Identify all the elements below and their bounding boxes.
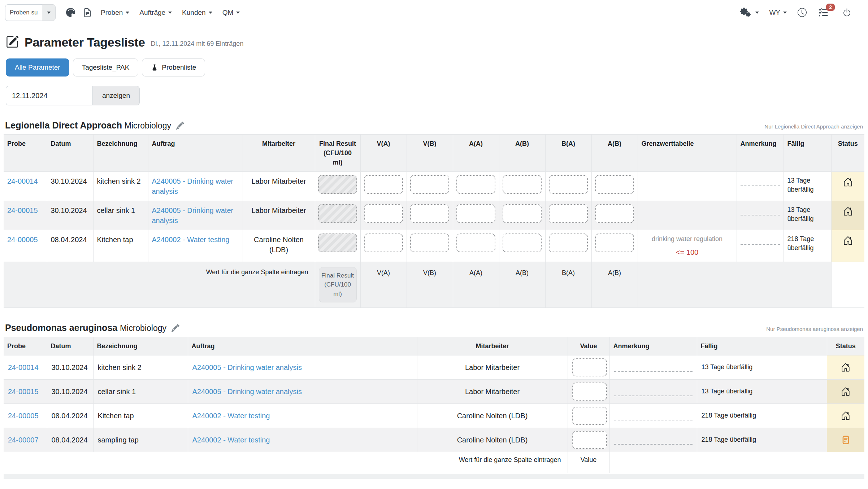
faellig-cell: 13 Tage überfällig	[697, 355, 827, 380]
ba-input[interactable]	[549, 175, 588, 194]
status-report-button[interactable]	[827, 428, 864, 452]
ba-input[interactable]	[549, 233, 588, 252]
apply-vb-link[interactable]: V(B)	[423, 269, 436, 276]
menu-qm[interactable]: QM	[222, 9, 240, 17]
user-menu[interactable]: WY	[769, 9, 787, 17]
va-input[interactable]	[364, 175, 403, 194]
anmerkung-field[interactable]	[614, 444, 693, 445]
menu-proben[interactable]: Proben	[101, 9, 129, 17]
ba-input[interactable]	[549, 204, 588, 223]
probe-link[interactable]: 24-00015	[8, 388, 39, 396]
status-home-button[interactable]	[831, 230, 864, 262]
col-ab2: A(B)	[591, 134, 638, 171]
auftrag-link[interactable]: A240002 - Water testing	[192, 436, 270, 444]
ab-input[interactable]	[503, 175, 542, 194]
auftrag-link[interactable]: A240005 - Drinking water analysis	[192, 363, 302, 371]
status-home-button[interactable]	[827, 355, 864, 380]
anmerkung-field[interactable]	[614, 396, 693, 396]
footer-empty-cell	[609, 452, 827, 473]
value-input[interactable]	[572, 358, 607, 376]
edit-pencil-icon[interactable]	[176, 122, 184, 131]
auftrag-link[interactable]: A240005 - Drinking water analysis	[152, 206, 234, 224]
filter-only-legionella-link[interactable]: Nur Legionella Direct Approach anzeigen	[764, 123, 863, 131]
apply-ba-link[interactable]: B(A)	[562, 269, 575, 276]
anmerkung-field[interactable]	[614, 371, 693, 372]
bezeichnung-cell: kitchen sink 2	[93, 171, 148, 201]
probe-link[interactable]: 24-00014	[7, 177, 38, 185]
menu-qm-label: QM	[222, 9, 234, 17]
anmerkung-field[interactable]	[614, 420, 693, 420]
tab-tagesliste-pak[interactable]: Tagesliste_PAK	[73, 58, 139, 77]
menu-kunden[interactable]: Kunden	[182, 9, 212, 17]
menu-auftraege[interactable]: Aufträge	[139, 9, 172, 17]
table-header-row: Probe Datum Bezeichnung Auftrag Mitarbei…	[4, 134, 864, 171]
anmerkung-cell	[609, 404, 697, 428]
col-anmerkung: Anmerkung	[737, 134, 784, 171]
ab2-input[interactable]	[595, 175, 634, 194]
tab-alle-parameter[interactable]: Alle Parameter	[6, 58, 69, 77]
col-auftrag: Auftrag	[188, 337, 417, 355]
auftrag-link[interactable]: A240005 - Drinking water analysis	[192, 388, 302, 396]
value-input[interactable]	[572, 383, 607, 401]
pseudomonas-table: Probe Datum Bezeichnung Auftrag Mitarbei…	[4, 337, 864, 473]
ab2-input[interactable]	[595, 233, 634, 252]
settings-menu[interactable]	[740, 8, 759, 18]
mitarbeiter-cell: Labor Mitarbeiter	[417, 380, 568, 404]
apply-ab-link[interactable]: A(B)	[516, 269, 529, 276]
anmerkung-field[interactable]	[741, 215, 780, 215]
auftrag-link[interactable]: A240002 - Water testing	[192, 412, 270, 420]
document-icon[interactable]	[83, 8, 92, 17]
vb-input[interactable]	[410, 175, 449, 194]
clock-icon[interactable]	[798, 8, 807, 17]
filter-only-pseudomonas-link[interactable]: Nur Pseudomonas aeruginosa anzeigen	[766, 326, 863, 333]
status-home-button[interactable]	[827, 380, 864, 404]
grenzwert-name: drinking water regulation	[642, 235, 733, 244]
status-home-button[interactable]	[831, 201, 864, 230]
anmerkung-field[interactable]	[741, 244, 780, 245]
palette-icon[interactable]	[66, 8, 75, 17]
tab-probenliste[interactable]: Probenliste	[142, 58, 205, 77]
aa-input[interactable]	[456, 204, 495, 223]
value-input[interactable]	[572, 407, 607, 425]
apply-aa-link[interactable]: A(A)	[469, 269, 482, 276]
ab-input[interactable]	[503, 204, 542, 223]
apply-va-link[interactable]: V(A)	[377, 269, 390, 276]
tasks-icon[interactable]: 2	[818, 8, 828, 17]
auftrag-link[interactable]: A240002 - Water testing	[152, 236, 230, 244]
col-bezeichnung: Bezeichnung	[93, 337, 188, 355]
date-input[interactable]	[6, 86, 92, 105]
auftrag-link[interactable]: A240005 - Drinking water analysis	[152, 177, 234, 195]
vb-input[interactable]	[410, 204, 449, 223]
chevron-down-icon	[236, 12, 240, 14]
col-aa: A(A)	[453, 134, 499, 171]
probe-link[interactable]: 24-00005	[7, 236, 38, 244]
search-input[interactable]	[5, 4, 42, 21]
probe-link[interactable]: 24-00007	[8, 436, 39, 444]
va-input[interactable]	[364, 233, 403, 252]
apply-ab2-link[interactable]: A(B)	[608, 269, 621, 276]
apply-value-link[interactable]: Value	[581, 456, 597, 463]
va-input[interactable]	[364, 204, 403, 223]
search-dropdown-button[interactable]	[42, 4, 56, 21]
ab2-input[interactable]	[595, 204, 634, 223]
value-input[interactable]	[572, 431, 607, 449]
probe-link[interactable]: 24-00014	[8, 363, 39, 371]
status-home-button[interactable]	[831, 171, 864, 201]
aa-input[interactable]	[456, 233, 495, 252]
vb-input[interactable]	[410, 233, 449, 252]
anzeigen-button[interactable]: anzeigen	[92, 86, 140, 105]
faellig-cell: 13 Tage überfällig	[784, 171, 831, 201]
apply-final-result-button[interactable]: Final Result (CFU/100 ml)	[319, 267, 357, 303]
table-row: 24-00007 08.04.2024 sampling tap A240002…	[4, 428, 864, 452]
edit-pencil-icon[interactable]	[172, 324, 179, 333]
ab-input[interactable]	[503, 233, 542, 252]
power-icon[interactable]	[842, 8, 851, 17]
probe-link[interactable]: 24-00005	[8, 412, 39, 420]
probe-link[interactable]: 24-00015	[7, 206, 38, 214]
anmerkung-field[interactable]	[741, 185, 780, 186]
aa-input[interactable]	[456, 175, 495, 194]
col-va: V(A)	[360, 134, 407, 171]
apply-column-row: Wert für die ganze Spalte eintragen Fina…	[4, 262, 864, 308]
col-status: Status	[827, 337, 864, 355]
status-home-button[interactable]	[827, 404, 864, 428]
